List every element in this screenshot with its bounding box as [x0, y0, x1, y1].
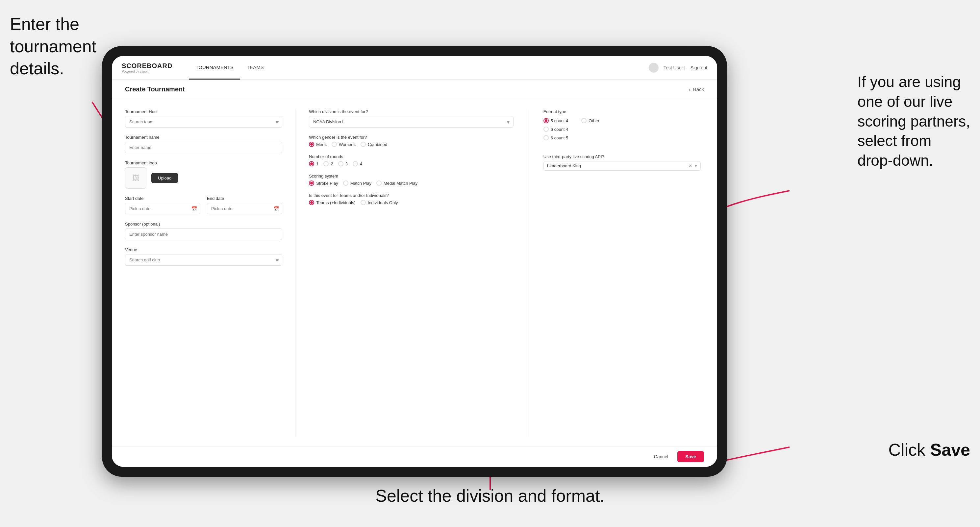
- teams-radio-group: Teams (+Individuals) Individuals Only: [309, 200, 514, 205]
- back-chevron-icon: ‹: [689, 86, 690, 92]
- format-radio-stack: 5 count 4 6 count 4 6 count 5: [544, 118, 568, 140]
- image-icon: 🖼: [132, 174, 140, 183]
- division-group: Which division is the event for? NCAA Di…: [309, 109, 514, 127]
- logo-placeholder: 🖼: [125, 167, 146, 189]
- rounds-3-radio[interactable]: [338, 161, 344, 167]
- sponsor-label: Sponsor (optional): [125, 222, 282, 227]
- form-right-col: Format type 5 count 4 6 count: [540, 109, 704, 436]
- sponsor-group: Sponsor (optional): [125, 222, 282, 240]
- back-link[interactable]: ‹ Back: [689, 86, 704, 92]
- teams-label: Is this event for Teams and/or Individua…: [309, 193, 514, 198]
- nav-links: TOURNAMENTS TEAMS: [189, 56, 270, 79]
- venue-caret-icon: ▾: [277, 258, 279, 262]
- tournament-name-input[interactable]: [125, 142, 282, 153]
- cancel-button[interactable]: Cancel: [649, 451, 674, 462]
- calendar-icon: 📅: [191, 206, 197, 211]
- format-5count4-radio[interactable]: [544, 118, 549, 123]
- scoring-medal-radio[interactable]: [376, 181, 382, 186]
- end-date-input[interactable]: [207, 203, 282, 214]
- live-scoring-tag[interactable]: Leaderboard King ✕ ▾: [544, 161, 701, 171]
- venue-input[interactable]: [125, 254, 282, 266]
- teams-group: Is this event for Teams and/or Individua…: [309, 193, 514, 205]
- form-columns: Tournament Host ▾ Tournament name Tourna: [112, 99, 717, 446]
- sponsor-input[interactable]: [125, 229, 282, 240]
- avatar: [649, 63, 659, 73]
- nav-link-tournaments[interactable]: TOURNAMENTS: [189, 56, 240, 79]
- search-team-input[interactable]: [125, 116, 282, 127]
- gender-womens-option[interactable]: Womens: [332, 142, 356, 147]
- scoring-radio-group: Stroke Play Match Play Medal Match Play: [309, 181, 514, 186]
- rounds-1-option[interactable]: 1: [309, 161, 318, 167]
- rounds-1-radio[interactable]: [309, 161, 314, 167]
- live-scoring-value: Leaderboard King: [547, 163, 581, 168]
- rounds-4-radio[interactable]: [353, 161, 358, 167]
- annotation-live-scoring: If you are using one of our live scoring…: [857, 72, 970, 171]
- venue-group: Venue ▾: [125, 247, 282, 266]
- scoring-match-radio[interactable]: [343, 181, 348, 186]
- format-type-group: Format type 5 count 4 6 count: [544, 109, 701, 140]
- gender-group: Which gender is the event for? Mens Wome…: [309, 135, 514, 147]
- rounds-3-option[interactable]: 3: [338, 161, 348, 167]
- gender-mens-option[interactable]: Mens: [309, 142, 327, 147]
- start-date-label: Start date: [125, 196, 200, 201]
- format-other-option[interactable]: Other: [581, 118, 600, 123]
- format-other-col: Other: [581, 118, 600, 140]
- navbar: SCOREBOARD Powered by clippit TOURNAMENT…: [112, 56, 717, 79]
- nav-right: Test User | Sign out: [649, 63, 707, 73]
- teams-plus-option[interactable]: Teams (+Individuals): [309, 200, 356, 205]
- format-6count4-option[interactable]: 6 count 4: [544, 127, 568, 132]
- scoring-stroke-option[interactable]: Stroke Play: [309, 181, 338, 186]
- individuals-only-radio[interactable]: [361, 200, 366, 205]
- annotation-enter-details: Enter the tournament details.: [10, 13, 96, 80]
- format-5count4-option[interactable]: 5 count 4: [544, 118, 568, 123]
- gender-radio-group: Mens Womens Combined: [309, 142, 514, 147]
- tablet-screen: SCOREBOARD Powered by clippit TOURNAMENT…: [112, 56, 717, 467]
- scoring-stroke-radio[interactable]: [309, 181, 314, 186]
- save-button[interactable]: Save: [677, 451, 704, 462]
- scoring-group: Scoring system Stroke Play Match Play: [309, 174, 514, 186]
- scoring-match-option[interactable]: Match Play: [343, 181, 371, 186]
- live-scoring-caret-icon[interactable]: ▾: [695, 163, 697, 168]
- tournament-name-group: Tournament name: [125, 135, 282, 153]
- division-label: Which division is the event for?: [309, 109, 514, 114]
- tournament-host-group: Tournament Host ▾: [125, 109, 282, 127]
- live-scoring-clear-icon[interactable]: ✕: [689, 163, 692, 168]
- tournament-host-label: Tournament Host: [125, 109, 282, 114]
- rounds-radio-group: 1 2 3: [309, 161, 514, 167]
- division-select[interactable]: NCAA Division I: [309, 116, 514, 127]
- nav-link-teams[interactable]: TEAMS: [240, 56, 270, 79]
- format-6count5-option[interactable]: 6 count 5: [544, 135, 568, 140]
- gender-womens-radio[interactable]: [332, 142, 337, 147]
- form-left-col: Tournament Host ▾ Tournament name Tourna: [125, 109, 282, 436]
- brand-sub: Powered by clippit: [122, 70, 172, 73]
- start-date-input[interactable]: [125, 203, 200, 214]
- signout-link[interactable]: Sign out: [690, 65, 707, 70]
- start-date-group: Start date 📅: [125, 196, 200, 214]
- annotation-click-save: Click Save: [888, 439, 970, 461]
- format-other-radio[interactable]: [581, 118, 587, 123]
- tournament-name-label: Tournament name: [125, 135, 282, 140]
- format-6count5-radio[interactable]: [544, 135, 549, 140]
- rounds-2-radio[interactable]: [323, 161, 329, 167]
- individuals-only-option[interactable]: Individuals Only: [361, 200, 398, 205]
- format-6count4-radio[interactable]: [544, 127, 549, 132]
- scoring-label: Scoring system: [309, 174, 514, 178]
- live-scoring-group: Use third-party live scoring API? Leader…: [544, 154, 701, 171]
- gender-combined-radio[interactable]: [361, 142, 366, 147]
- gender-mens-radio[interactable]: [309, 142, 314, 147]
- upload-button[interactable]: Upload: [151, 173, 178, 183]
- rounds-2-option[interactable]: 2: [323, 161, 333, 167]
- date-row: Start date 📅 End date 📅: [125, 196, 282, 214]
- gender-combined-option[interactable]: Combined: [361, 142, 387, 147]
- format-type-label: Format type: [544, 109, 701, 114]
- teams-plus-radio[interactable]: [309, 200, 314, 205]
- tournament-logo-label: Tournament logo: [125, 160, 282, 165]
- brand-title: SCOREBOARD: [122, 62, 172, 70]
- form-middle-col: Which division is the event for? NCAA Di…: [296, 109, 527, 436]
- search-team-caret-icon: ▾: [277, 120, 279, 124]
- page-header: Create Tournament ‹ Back: [112, 79, 717, 99]
- page-title: Create Tournament: [125, 86, 185, 93]
- rounds-4-option[interactable]: 4: [353, 161, 362, 167]
- tournament-logo-group: Tournament logo 🖼 Upload: [125, 160, 282, 189]
- scoring-medal-option[interactable]: Medal Match Play: [376, 181, 417, 186]
